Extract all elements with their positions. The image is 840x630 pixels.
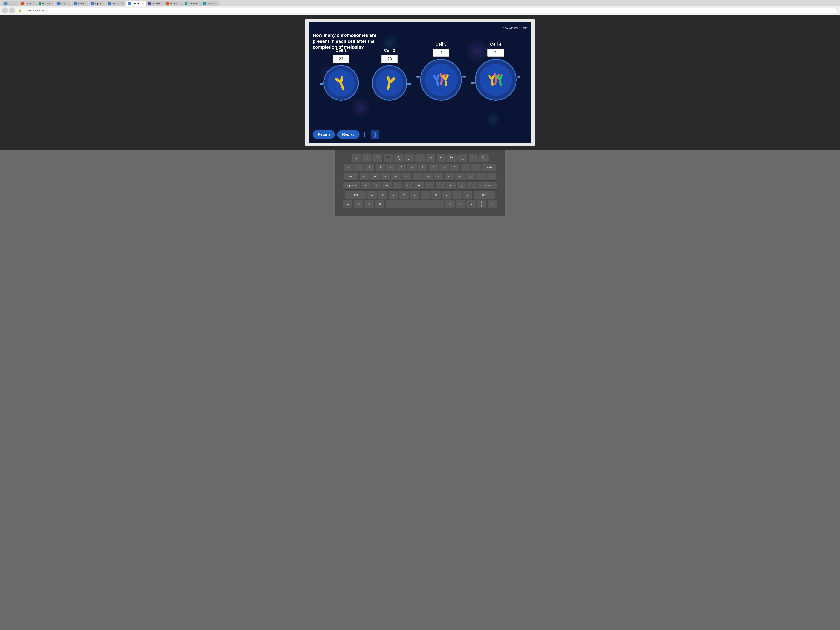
next-icon[interactable]: ❯ xyxy=(371,130,379,139)
key-4[interactable]: 4 xyxy=(386,164,396,172)
key-8[interactable]: 8 xyxy=(429,164,438,172)
key-return[interactable]: return xyxy=(478,182,497,190)
tab-whatev[interactable]: What ev... xyxy=(183,1,201,6)
cell2-input[interactable]: 23 xyxy=(381,55,398,63)
key-9[interactable]: 9 xyxy=(439,164,449,172)
key-equals[interactable]: = xyxy=(471,164,481,172)
key-shift-right[interactable]: shift xyxy=(474,191,494,199)
key-x[interactable]: X xyxy=(378,191,387,199)
key-g[interactable]: G xyxy=(404,182,413,190)
key-f8[interactable]: ▶IIF8 xyxy=(437,155,446,162)
key-up-down[interactable]: ▲ ▼ xyxy=(477,200,486,208)
key-o[interactable]: O xyxy=(445,173,454,181)
key-h[interactable]: H xyxy=(414,182,424,190)
key-f4[interactable]: 🔍F4 xyxy=(394,155,404,162)
tab-close-icon[interactable]: ✕ xyxy=(122,3,123,5)
key-m[interactable]: M xyxy=(431,191,441,199)
key-slash[interactable]: / xyxy=(463,191,472,199)
tab-post[interactable]: Post a n... xyxy=(201,1,219,6)
tab-lab3[interactable]: lab 3 mi... xyxy=(164,1,182,6)
key-l[interactable]: L xyxy=(446,182,456,190)
key-shift-left[interactable]: shift xyxy=(346,191,366,199)
tab-https2[interactable]: https://... xyxy=(72,1,88,6)
key-1[interactable]: 1 xyxy=(354,164,364,172)
key-2[interactable]: 2 xyxy=(365,164,374,172)
key-lbracket[interactable]: [ xyxy=(466,173,475,181)
key-7[interactable]: 7 xyxy=(418,164,428,172)
tab-untitled[interactable]: Untitled... xyxy=(146,1,164,6)
key-esc[interactable]: esc xyxy=(352,155,361,162)
key-rbracket[interactable]: ] xyxy=(477,173,486,181)
key-f2[interactable]: ☀☀F2 xyxy=(373,155,382,162)
key-space[interactable] xyxy=(385,200,444,208)
key-p[interactable]: P xyxy=(455,173,464,181)
forward-button[interactable]: › xyxy=(9,8,14,13)
new-window-link[interactable]: New Window xyxy=(502,26,518,29)
key-semicolon[interactable]: ; xyxy=(457,182,466,190)
return-button[interactable]: Return xyxy=(313,130,335,139)
key-k[interactable]: K xyxy=(436,182,445,190)
key-f[interactable]: F xyxy=(393,182,403,190)
key-n[interactable]: N xyxy=(421,191,430,199)
tab-c[interactable]: C... xyxy=(2,1,18,6)
key-v[interactable]: V xyxy=(399,191,409,199)
key-tab[interactable]: tab xyxy=(344,173,358,181)
key-a[interactable]: A xyxy=(361,182,371,190)
cell3-input[interactable]: -1 xyxy=(433,49,449,57)
key-f3[interactable]: ⬛⬛F3 xyxy=(384,155,393,162)
key-f5[interactable]: 🎤F5 xyxy=(405,155,414,162)
address-bar[interactable]: 🔒 esciencelabs.com xyxy=(16,8,838,13)
key-u[interactable]: U xyxy=(423,173,433,181)
key-capslock[interactable]: caps lock xyxy=(343,182,360,190)
key-i[interactable]: I xyxy=(434,173,443,181)
key-w[interactable]: W xyxy=(370,173,380,181)
key-option-right[interactable]: ⌥ xyxy=(456,200,465,208)
key-f10[interactable]: 🔇F10 xyxy=(458,155,467,162)
key-z[interactable]: Z xyxy=(368,191,377,199)
key-option[interactable]: ⌥ xyxy=(365,200,374,208)
key-left[interactable]: ◄ xyxy=(466,200,476,208)
key-quote[interactable]: ' xyxy=(467,182,477,190)
key-backtick[interactable]: ~ xyxy=(344,164,353,172)
key-3[interactable]: 3 xyxy=(376,164,385,172)
back-button[interactable]: ‹ xyxy=(2,8,8,13)
replay-button[interactable]: Replay xyxy=(337,130,360,139)
key-f6[interactable]: ☽F6 xyxy=(415,155,425,162)
key-y[interactable]: Y xyxy=(413,173,422,181)
pause-icon[interactable]: ⏸ xyxy=(362,131,368,138)
tab-mitosis[interactable]: Mitosis... ✕ xyxy=(106,1,125,6)
key-t[interactable]: T xyxy=(402,173,412,181)
key-c[interactable]: C xyxy=(389,191,398,199)
key-r[interactable]: R xyxy=(392,173,401,181)
key-0[interactable]: 0 xyxy=(450,164,459,172)
cell1-input[interactable]: 23 xyxy=(333,55,349,63)
key-cmd-right[interactable]: ⌘ xyxy=(445,200,455,208)
key-b[interactable]: B xyxy=(410,191,419,199)
tab-close-icon[interactable]: ✕ xyxy=(142,3,144,5)
key-e[interactable]: E xyxy=(381,173,390,181)
key-fn[interactable]: fn xyxy=(343,200,352,208)
key-s[interactable]: S xyxy=(372,182,381,190)
key-minus[interactable]: - xyxy=(461,164,470,172)
key-f7[interactable]: ◄◄F7 xyxy=(426,155,436,162)
key-6[interactable]: 6 xyxy=(407,164,417,172)
key-j[interactable]: J xyxy=(425,182,434,190)
help-link[interactable]: Help xyxy=(522,26,527,29)
key-cmd-left[interactable]: ⌘ xyxy=(375,200,384,208)
key-d[interactable]: D xyxy=(382,182,392,190)
cell4-input[interactable]: 1 xyxy=(488,49,504,57)
tab-module[interactable]: Module... xyxy=(19,1,36,6)
key-comma[interactable]: , xyxy=(442,191,451,199)
key-f9[interactable]: ▶▶F9 xyxy=(447,155,457,162)
tab-https1[interactable]: https://... xyxy=(55,1,71,6)
key-q[interactable]: Q xyxy=(360,173,369,181)
key-period[interactable]: . xyxy=(453,191,462,199)
key-right[interactable]: ► xyxy=(488,200,497,208)
key-backslash[interactable]: \ xyxy=(487,173,496,181)
key-f12[interactable]: 🔊F12 xyxy=(479,155,488,162)
tab-meiosis[interactable]: Meiosis... ✕ xyxy=(126,1,146,6)
key-f1[interactable]: ☀F1 xyxy=(362,155,372,162)
key-ctrl[interactable]: ctrl xyxy=(354,200,363,208)
key-5[interactable]: 5 xyxy=(397,164,406,172)
key-delete[interactable]: delete xyxy=(482,164,496,172)
